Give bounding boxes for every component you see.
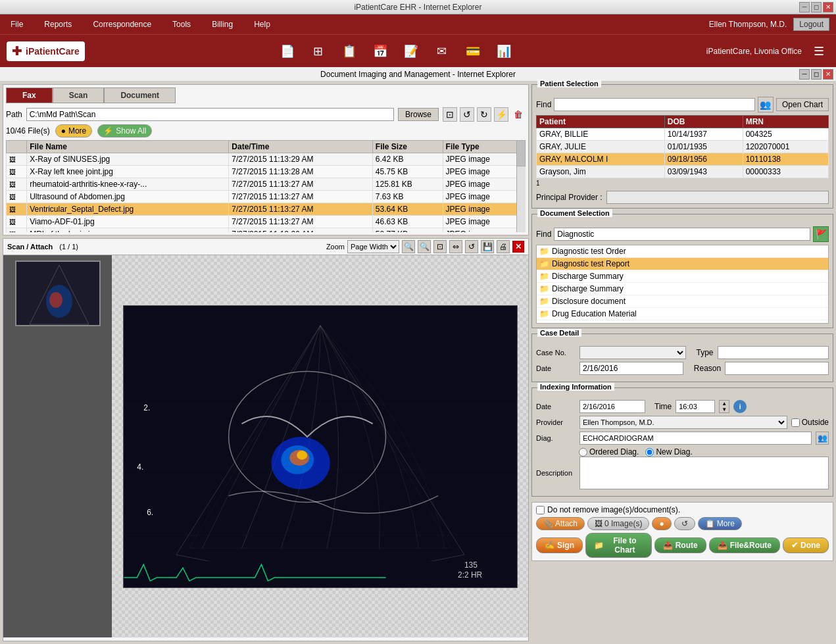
icon-billing[interactable]: 💳 <box>462 41 483 62</box>
idx-provider-select[interactable]: Ellen Thompson, M.D. <box>579 416 787 429</box>
rotate-doc-icon[interactable]: ↺ <box>465 240 478 253</box>
file-to-chart-button[interactable]: 📁 File to Chart <box>585 533 652 558</box>
browse-button[interactable]: Browse <box>398 108 439 121</box>
type-input[interactable] <box>718 346 829 359</box>
diag-search-icon[interactable]: 👥 <box>816 432 829 445</box>
reason-input[interactable] <box>725 362 829 375</box>
col-filesize[interactable]: File Size <box>372 141 443 153</box>
tab-fax[interactable]: Fax <box>6 87 53 103</box>
zoom-in-icon[interactable]: 🔍 <box>418 240 431 253</box>
doc-find-input[interactable] <box>554 228 810 241</box>
table-row[interactable]: 🖼 rheumatoid-arthritis-knee-x-ray-... 7/… <box>7 178 526 191</box>
rotate-left-icon[interactable]: ↺ <box>460 107 474 122</box>
file-and-route-button[interactable]: 📤 File&Route <box>709 537 780 553</box>
doc-flag-icon[interactable]: 🚩 <box>813 226 829 242</box>
idx-diag-input[interactable] <box>579 432 812 445</box>
print-icon[interactable]: 🖨 <box>497 240 510 253</box>
table-row[interactable]: 🖼 X-Ray of SINUSES.jpg 7/27/2015 11:13:2… <box>7 153 526 166</box>
tab-document[interactable]: Document <box>104 87 176 103</box>
save-icon[interactable]: 💾 <box>481 240 494 253</box>
rotate-right-icon[interactable]: ↻ <box>477 107 491 122</box>
patient-find-input[interactable] <box>554 98 755 111</box>
zoom-select[interactable]: Page Width 50% 75% 100% <box>347 240 399 253</box>
patient-search-icon[interactable]: 👥 <box>758 97 774 112</box>
sub-restore-button[interactable]: ◻ <box>811 69 822 80</box>
menu-tools[interactable]: Tools <box>168 17 195 32</box>
ordered-diag-radio[interactable] <box>579 448 587 457</box>
list-item[interactable]: 📁Diagnostic test Report <box>537 258 828 270</box>
new-diag-radio[interactable] <box>645 448 654 457</box>
icon-stamp[interactable]: 📋 <box>339 41 360 62</box>
list-item[interactable]: 📁Discharge Summary <box>537 283 828 295</box>
close-button[interactable]: ✕ <box>823 2 833 12</box>
info-icon[interactable]: i <box>733 400 747 413</box>
case-no-select[interactable] <box>579 346 686 359</box>
sub-close-button[interactable]: ✕ <box>823 69 833 80</box>
file-table-scrollbar[interactable] <box>516 140 526 232</box>
done-button[interactable]: ✔ Done <box>783 537 829 553</box>
icon-notes[interactable]: 📝 <box>401 41 422 62</box>
logout-button[interactable]: Logout <box>793 18 829 31</box>
title-bar-controls[interactable]: ─ ◻ ✕ <box>799 2 833 12</box>
scrollbar-thumb[interactable] <box>516 140 526 166</box>
sign-button[interactable]: ✍ Sign <box>536 537 583 553</box>
action-refresh-button[interactable]: ↺ <box>674 517 695 530</box>
path-input[interactable] <box>26 108 394 121</box>
fit-page-icon[interactable]: ⊡ <box>433 240 447 253</box>
list-item[interactable]: 📁Discharge Summary <box>537 270 828 283</box>
icon-mail[interactable]: ✉ <box>431 41 453 62</box>
list-item[interactable]: 📁Diagnostic test Order <box>537 245 828 258</box>
idx-date-input[interactable] <box>579 400 645 413</box>
patient-row[interactable]: GRAY, MALCOLM I 09/18/1956 10110138 <box>537 153 829 166</box>
menu-correspondence[interactable]: Correspondence <box>89 17 155 32</box>
menu-reports[interactable]: Reports <box>40 17 76 32</box>
menu-billing[interactable]: Billing <box>208 17 237 32</box>
patient-row[interactable]: GRAY, BILLIE 10/14/1937 004325 <box>537 128 829 141</box>
zoom-out-icon[interactable]: 🔍 <box>402 240 415 253</box>
case-date-input[interactable] <box>579 362 683 375</box>
table-row[interactable]: 🖼 Ultrasound of Abdomen.jpg 7/27/2015 11… <box>7 191 526 203</box>
menu-file[interactable]: File <box>7 17 27 32</box>
menu-help[interactable]: Help <box>250 17 274 32</box>
icon-calendar[interactable]: 📅 <box>370 41 391 62</box>
action-more-button[interactable]: ● <box>652 517 671 530</box>
sub-minimize-button[interactable]: ─ <box>799 69 810 80</box>
more-button[interactable]: ● More <box>55 124 93 137</box>
sub-title-controls[interactable]: ─ ◻ ✕ <box>799 69 833 80</box>
patient-row[interactable]: Grayson, Jim 03/09/1943 00000333 <box>537 166 829 178</box>
open-chart-button[interactable]: Open Chart <box>776 98 829 111</box>
hamburger-menu-icon[interactable]: ☰ <box>808 41 829 62</box>
image-count-button[interactable]: 🖼 0 Image(s) <box>587 517 649 530</box>
restore-button[interactable]: ◻ <box>811 2 822 12</box>
more-label-button[interactable]: 📋 More <box>698 517 742 530</box>
icon-grid[interactable]: ⊞ <box>308 41 329 62</box>
patient-row[interactable]: GRAY, JULIE 01/01/1935 1202070001 <box>537 141 829 153</box>
outside-checkbox[interactable] <box>791 418 800 427</box>
table-row[interactable]: 🖼 Ventricular_Septal_Defect.jpg 7/27/201… <box>7 203 526 216</box>
scan-close-button[interactable]: ✕ <box>512 241 524 253</box>
tab-scan[interactable]: Scan <box>53 87 105 103</box>
col-filetype[interactable]: File Type <box>443 141 525 153</box>
minimize-button[interactable]: ─ <box>799 2 810 12</box>
table-row[interactable]: 🖼 X-Ray left knee joint.jpg 7/27/2015 11… <box>7 166 526 178</box>
idx-time-input[interactable] <box>676 400 715 413</box>
attach-button[interactable]: 📎 Attach <box>536 517 585 530</box>
description-textarea[interactable] <box>579 457 829 489</box>
col-filename[interactable]: File Name <box>27 141 229 153</box>
list-item[interactable]: 📁Drug Education Material <box>537 308 828 320</box>
delete-icon[interactable]: 🗑 <box>511 107 526 122</box>
thumbnail-image[interactable] <box>15 260 101 326</box>
list-item[interactable]: 📁Disclosure document <box>537 295 828 308</box>
ordered-diag-radio-label[interactable]: Ordered Diag. <box>579 447 639 457</box>
do-not-remove-checkbox[interactable] <box>536 506 545 514</box>
table-row[interactable]: 🖼 MRI of the brain.jpg 7/27/2015 11:13:2… <box>7 228 526 233</box>
scan-icon[interactable]: ⊡ <box>443 107 457 122</box>
icon-document[interactable]: 📄 <box>277 41 298 62</box>
lightning-icon[interactable]: ⚡ <box>494 107 508 122</box>
table-row[interactable]: 🖼 Viamo-ADF-01.jpg 7/27/2015 11:13:27 AM… <box>7 216 526 228</box>
show-all-button[interactable]: ⚡ Show All <box>97 124 152 137</box>
route-button[interactable]: 📤 Route <box>654 537 706 553</box>
time-spinner[interactable]: ▲ ▼ <box>719 400 729 413</box>
fit-width-icon[interactable]: ⇔ <box>449 240 462 253</box>
icon-chart[interactable]: 📊 <box>493 41 514 62</box>
